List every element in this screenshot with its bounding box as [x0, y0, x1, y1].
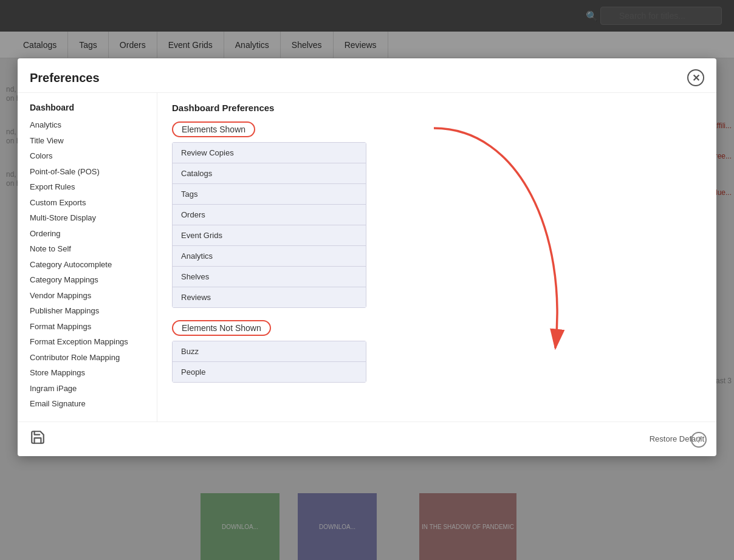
modal-header: Preferences ✕: [18, 58, 716, 93]
sidebar-item-custom-exports[interactable]: Custom Exports: [30, 195, 145, 211]
sidebar-item-export-rules[interactable]: Export Rules: [30, 179, 145, 195]
sidebar-item-multi-store[interactable]: Multi-Store Display: [30, 210, 145, 226]
elements-shown-label-row: Elements Shown: [172, 121, 702, 137]
sidebar-item-contributor-role-mapping[interactable]: Contributor Role Mapping: [30, 350, 145, 366]
help-button[interactable]: ?: [691, 432, 707, 448]
sidebar-section-title: Dashboard: [30, 103, 145, 112]
modal-body: Dashboard Analytics Title View Colors Po…: [18, 93, 716, 422]
not-shown-item-people[interactable]: People: [173, 362, 366, 382]
save-button[interactable]: [30, 429, 46, 449]
sidebar-item-category-autocomplete[interactable]: Category Autocomplete: [30, 257, 145, 273]
dashboard-preferences-title: Dashboard Preferences: [172, 103, 702, 113]
sidebar-item-note-to-self[interactable]: Note to Self: [30, 241, 145, 257]
sidebar-item-ingram-ipage[interactable]: Ingram iPage: [30, 381, 145, 397]
sidebar-item-title-view[interactable]: Title View: [30, 133, 145, 149]
shown-item-shelves[interactable]: Shelves: [173, 267, 366, 287]
modal-footer: Restore Default: [18, 422, 716, 456]
sidebar-item-publisher-mappings[interactable]: Publisher Mappings: [30, 303, 145, 319]
shown-item-tags[interactable]: Tags: [173, 184, 366, 205]
close-button[interactable]: ✕: [687, 69, 704, 86]
modal-title: Preferences: [30, 71, 100, 85]
sidebar: Dashboard Analytics Title View Colors Po…: [18, 93, 157, 422]
sidebar-item-ordering[interactable]: Ordering: [30, 226, 145, 242]
sidebar-item-email-signature[interactable]: Email Signature: [30, 396, 145, 412]
shown-item-reviews[interactable]: Reviews: [173, 287, 366, 307]
sidebar-item-analytics[interactable]: Analytics: [30, 117, 145, 133]
annotation-arrow: [337, 111, 592, 378]
shown-item-review-copies[interactable]: Review Copies: [173, 143, 366, 163]
sidebar-item-format-exception-mappings[interactable]: Format Exception Mappings: [30, 334, 145, 350]
sidebar-item-category-mappings[interactable]: Category Mappings: [30, 272, 145, 288]
not-shown-item-buzz[interactable]: Buzz: [173, 341, 366, 362]
main-content: Dashboard Preferences Elements Shown Rev…: [157, 93, 716, 422]
elements-not-shown-list: Buzz People: [172, 341, 366, 383]
shown-item-orders[interactable]: Orders: [173, 205, 366, 225]
sidebar-item-store-mappings[interactable]: Store Mappings: [30, 365, 145, 381]
shown-item-catalogs[interactable]: Catalogs: [173, 163, 366, 184]
elements-shown-list: Review Copies Catalogs Tags Orders Event…: [172, 142, 366, 308]
sidebar-item-vendor-mappings[interactable]: Vendor Mappings: [30, 288, 145, 304]
sidebar-item-colors[interactable]: Colors: [30, 148, 145, 164]
elements-shown-label: Elements Shown: [172, 121, 255, 137]
shown-item-event-grids[interactable]: Event Grids: [173, 225, 366, 246]
elements-not-shown-label-row: Elements Not Shown: [172, 320, 702, 336]
modal-overlay: Preferences ✕ Dashboard Analytics Title …: [0, 0, 734, 560]
sidebar-item-pos[interactable]: Point-of-Sale (POS): [30, 164, 145, 180]
sidebar-item-format-mappings[interactable]: Format Mappings: [30, 319, 145, 335]
elements-not-shown-label: Elements Not Shown: [172, 320, 271, 336]
shown-item-analytics[interactable]: Analytics: [173, 246, 366, 267]
preferences-modal: Preferences ✕ Dashboard Analytics Title …: [18, 58, 716, 456]
